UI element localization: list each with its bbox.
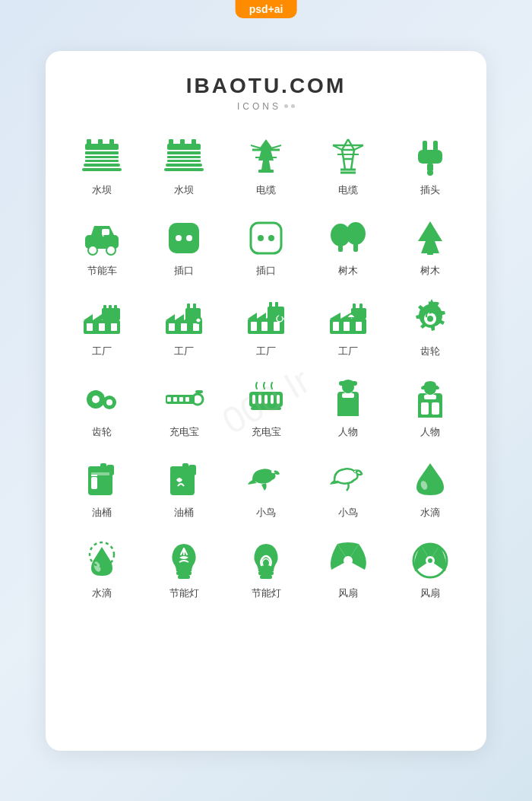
icon-factory4: 工厂: [307, 291, 389, 364]
svg-point-51: [258, 235, 264, 241]
icon-drop1: 水滴: [389, 453, 471, 526]
svg-rect-13: [166, 164, 202, 167]
svg-rect-99: [344, 322, 350, 331]
svg-rect-7: [98, 139, 103, 145]
svg-rect-117: [185, 397, 189, 402]
icon-bird2: 小鸟: [307, 453, 389, 526]
svg-rect-56: [353, 243, 358, 252]
svg-marker-57: [418, 221, 442, 253]
svg-rect-97: [359, 304, 363, 310]
svg-rect-113: [195, 390, 203, 393]
svg-point-146: [356, 470, 357, 472]
svg-point-157: [344, 556, 353, 565]
svg-rect-64: [103, 305, 106, 310]
svg-rect-10: [167, 151, 201, 154]
svg-rect-54: [338, 244, 343, 252]
icon-tower-solid: 电缆: [225, 130, 307, 203]
svg-marker-82: [248, 313, 257, 319]
svg-marker-93: [330, 313, 340, 319]
svg-rect-89: [261, 322, 268, 331]
icon-factory2: 工厂: [143, 291, 225, 364]
svg-point-45: [106, 246, 116, 255]
svg-point-44: [88, 246, 97, 255]
svg-rect-115: [173, 397, 177, 402]
svg-rect-137: [91, 477, 97, 489]
svg-rect-122: [271, 395, 274, 404]
svg-point-42: [427, 170, 433, 176]
svg-rect-114: [167, 397, 171, 402]
icon-trees-solid: 树木: [307, 211, 389, 284]
svg-rect-100: [356, 322, 362, 331]
svg-rect-126: [339, 381, 357, 386]
icon-plug: 插头: [389, 130, 471, 203]
icon-gears: 齿轮: [61, 372, 143, 445]
card-title: IBAOTU.COM: [186, 74, 346, 98]
icon-lamp2: 节能灯: [225, 533, 307, 606]
svg-rect-65: [109, 305, 112, 310]
card-subtitle: ICONS: [237, 101, 295, 112]
svg-rect-123: [277, 395, 280, 404]
svg-rect-131: [421, 402, 429, 415]
svg-rect-14: [164, 168, 204, 171]
svg-rect-130: [424, 395, 436, 399]
svg-rect-69: [111, 323, 117, 331]
svg-rect-110: [94, 405, 97, 408]
svg-rect-5: [82, 168, 122, 171]
svg-rect-8: [109, 139, 114, 145]
svg-rect-78: [181, 323, 187, 331]
svg-rect-6: [87, 139, 91, 145]
icon-worker1: 人物: [307, 372, 389, 445]
icon-canister1: 油桶: [61, 453, 143, 526]
icon-heater: 充电宝: [225, 372, 307, 445]
icon-lamp1: 节能灯: [143, 533, 225, 606]
svg-rect-75: [187, 304, 190, 310]
svg-point-52: [268, 235, 274, 241]
svg-point-144: [274, 470, 277, 472]
svg-rect-142: [188, 465, 196, 475]
svg-rect-63: [102, 308, 120, 320]
svg-marker-61: [93, 314, 102, 320]
icon-drop2: 水滴: [61, 533, 143, 606]
svg-marker-71: [166, 314, 175, 320]
svg-point-104: [92, 396, 100, 403]
svg-rect-88: [251, 322, 257, 331]
svg-rect-120: [258, 395, 261, 404]
svg-rect-98: [333, 322, 339, 331]
svg-rect-67: [87, 323, 93, 331]
icon-tower-outline: 电缆: [307, 130, 389, 203]
icon-socket-outline: 插口: [225, 211, 307, 284]
svg-rect-138: [91, 472, 109, 475]
main-card: IBAOTU.COM ICONS 水坝: [46, 51, 486, 751]
svg-marker-60: [84, 314, 93, 320]
svg-point-102: [427, 316, 433, 322]
icon-socket-solid: 插口: [143, 211, 225, 284]
svg-rect-107: [87, 398, 91, 401]
svg-rect-40: [418, 150, 442, 164]
svg-point-49: [186, 235, 192, 241]
svg-point-160: [428, 558, 432, 563]
icon-bird1: 小鸟: [225, 453, 307, 526]
icon-dam-outline: 水坝: [143, 130, 225, 203]
svg-rect-47: [169, 223, 199, 253]
svg-rect-17: [192, 139, 196, 145]
svg-rect-39: [433, 141, 438, 151]
svg-rect-141: [182, 463, 188, 469]
svg-rect-77: [169, 323, 175, 331]
svg-rect-119: [252, 395, 255, 404]
svg-rect-124: [251, 407, 281, 410]
svg-point-48: [176, 235, 182, 241]
svg-rect-132: [432, 402, 439, 415]
svg-rect-90: [274, 322, 280, 331]
svg-line-35: [351, 159, 353, 170]
svg-rect-12: [167, 160, 201, 162]
svg-rect-16: [180, 139, 185, 145]
svg-rect-50: [251, 223, 281, 253]
icon-gear-circle: 齿轮: [389, 291, 471, 364]
svg-rect-58: [427, 250, 433, 255]
svg-rect-38: [423, 141, 427, 151]
svg-rect-116: [179, 397, 183, 402]
svg-rect-19: [258, 170, 274, 173]
svg-rect-76: [193, 304, 196, 310]
icon-factory1: 工厂: [61, 291, 143, 364]
icon-factory3: 工厂: [225, 291, 307, 364]
